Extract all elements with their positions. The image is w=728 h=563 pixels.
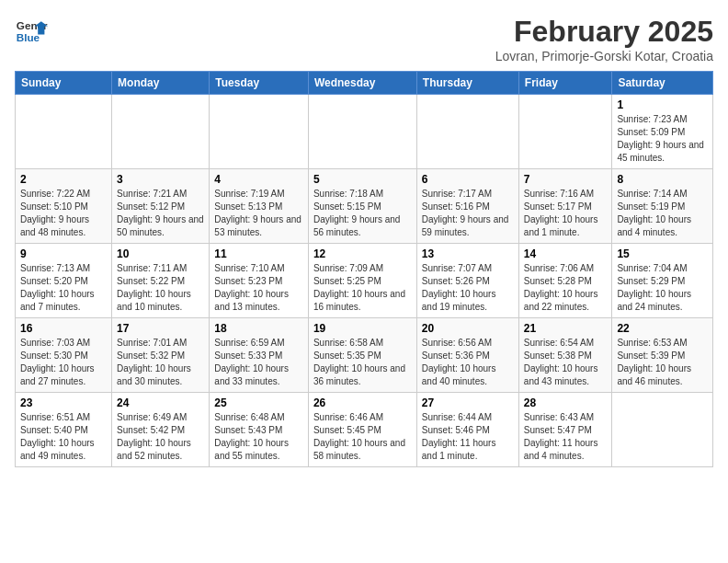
empty-cell bbox=[518, 95, 612, 169]
header: General Blue February 2025 Lovran, Primo… bbox=[15, 15, 713, 63]
day-info: Sunrise: 7:14 AM Sunset: 5:19 PM Dayligh… bbox=[617, 188, 708, 239]
day-number: 3 bbox=[117, 173, 204, 186]
day-number: 21 bbox=[524, 322, 608, 335]
week-row-1: 1Sunrise: 7:23 AM Sunset: 5:09 PM Daylig… bbox=[16, 95, 713, 169]
day-cell-19: 19Sunrise: 6:58 AM Sunset: 5:35 PM Dayli… bbox=[308, 318, 416, 393]
empty-cell bbox=[210, 95, 309, 169]
day-number: 1 bbox=[617, 98, 708, 111]
day-cell-6: 6Sunrise: 7:17 AM Sunset: 5:16 PM Daylig… bbox=[416, 169, 518, 244]
day-info: Sunrise: 6:46 AM Sunset: 5:45 PM Dayligh… bbox=[313, 411, 412, 463]
day-cell-2: 2Sunrise: 7:22 AM Sunset: 5:10 PM Daylig… bbox=[16, 169, 112, 244]
day-number: 14 bbox=[524, 247, 608, 260]
svg-text:Blue: Blue bbox=[17, 31, 40, 43]
day-info: Sunrise: 6:54 AM Sunset: 5:38 PM Dayligh… bbox=[524, 337, 608, 388]
day-info: Sunrise: 7:18 AM Sunset: 5:15 PM Dayligh… bbox=[313, 188, 412, 239]
day-cell-7: 7Sunrise: 7:16 AM Sunset: 5:17 PM Daylig… bbox=[518, 169, 612, 244]
day-number: 2 bbox=[20, 173, 107, 186]
day-info: Sunrise: 6:43 AM Sunset: 5:47 PM Dayligh… bbox=[524, 411, 608, 463]
day-info: Sunrise: 6:58 AM Sunset: 5:35 PM Dayligh… bbox=[313, 337, 412, 388]
day-number: 16 bbox=[20, 322, 107, 335]
day-header-wednesday: Wednesday bbox=[308, 72, 416, 95]
day-info: Sunrise: 6:53 AM Sunset: 5:39 PM Dayligh… bbox=[617, 337, 708, 388]
day-number: 10 bbox=[117, 247, 204, 260]
day-header-thursday: Thursday bbox=[416, 72, 518, 95]
day-number: 28 bbox=[524, 396, 608, 409]
empty-cell bbox=[112, 95, 210, 169]
day-info: Sunrise: 7:04 AM Sunset: 5:29 PM Dayligh… bbox=[617, 262, 708, 314]
day-cell-10: 10Sunrise: 7:11 AM Sunset: 5:22 PM Dayli… bbox=[112, 244, 210, 318]
day-cell-16: 16Sunrise: 7:03 AM Sunset: 5:30 PM Dayli… bbox=[16, 318, 112, 393]
day-cell-21: 21Sunrise: 6:54 AM Sunset: 5:38 PM Dayli… bbox=[518, 318, 612, 393]
day-cell-28: 28Sunrise: 6:43 AM Sunset: 5:47 PM Dayli… bbox=[518, 393, 612, 467]
empty-cell bbox=[308, 95, 416, 169]
day-number: 19 bbox=[313, 322, 412, 335]
day-cell-11: 11Sunrise: 7:10 AM Sunset: 5:23 PM Dayli… bbox=[210, 244, 309, 318]
day-header-tuesday: Tuesday bbox=[210, 72, 309, 95]
day-info: Sunrise: 7:10 AM Sunset: 5:23 PM Dayligh… bbox=[214, 262, 303, 314]
day-info: Sunrise: 7:21 AM Sunset: 5:12 PM Dayligh… bbox=[117, 188, 204, 239]
day-number: 11 bbox=[214, 247, 303, 260]
day-cell-27: 27Sunrise: 6:44 AM Sunset: 5:46 PM Dayli… bbox=[416, 393, 518, 467]
day-cell-18: 18Sunrise: 6:59 AM Sunset: 5:33 PM Dayli… bbox=[210, 318, 309, 393]
day-cell-20: 20Sunrise: 6:56 AM Sunset: 5:36 PM Dayli… bbox=[416, 318, 518, 393]
day-info: Sunrise: 7:13 AM Sunset: 5:20 PM Dayligh… bbox=[20, 262, 107, 314]
day-cell-5: 5Sunrise: 7:18 AM Sunset: 5:15 PM Daylig… bbox=[308, 169, 416, 244]
day-header-monday: Monday bbox=[112, 72, 210, 95]
day-header-friday: Friday bbox=[518, 72, 612, 95]
day-cell-17: 17Sunrise: 7:01 AM Sunset: 5:32 PM Dayli… bbox=[112, 318, 210, 393]
logo: General Blue bbox=[15, 15, 48, 48]
week-row-2: 2Sunrise: 7:22 AM Sunset: 5:10 PM Daylig… bbox=[16, 169, 713, 244]
day-number: 13 bbox=[422, 247, 514, 260]
day-cell-9: 9Sunrise: 7:13 AM Sunset: 5:20 PM Daylig… bbox=[16, 244, 112, 318]
empty-cell bbox=[416, 95, 518, 169]
day-number: 12 bbox=[313, 247, 412, 260]
empty-cell bbox=[612, 393, 713, 467]
day-cell-13: 13Sunrise: 7:07 AM Sunset: 5:26 PM Dayli… bbox=[416, 244, 518, 318]
day-number: 18 bbox=[214, 322, 303, 335]
day-number: 24 bbox=[117, 396, 204, 409]
calendar-table: SundayMondayTuesdayWednesdayThursdayFrid… bbox=[15, 71, 713, 467]
day-info: Sunrise: 7:23 AM Sunset: 5:09 PM Dayligh… bbox=[617, 113, 708, 165]
day-info: Sunrise: 7:06 AM Sunset: 5:28 PM Dayligh… bbox=[524, 262, 608, 314]
day-number: 4 bbox=[214, 173, 303, 186]
day-info: Sunrise: 7:16 AM Sunset: 5:17 PM Dayligh… bbox=[524, 188, 608, 239]
day-cell-3: 3Sunrise: 7:21 AM Sunset: 5:12 PM Daylig… bbox=[112, 169, 210, 244]
day-headers: SundayMondayTuesdayWednesdayThursdayFrid… bbox=[16, 72, 713, 95]
calendar-title: February 2025 bbox=[495, 15, 713, 49]
day-info: Sunrise: 7:11 AM Sunset: 5:22 PM Dayligh… bbox=[117, 262, 204, 314]
day-info: Sunrise: 7:03 AM Sunset: 5:30 PM Dayligh… bbox=[20, 337, 107, 388]
day-number: 5 bbox=[313, 173, 412, 186]
day-header-sunday: Sunday bbox=[16, 72, 112, 95]
day-info: Sunrise: 7:01 AM Sunset: 5:32 PM Dayligh… bbox=[117, 337, 204, 388]
day-cell-4: 4Sunrise: 7:19 AM Sunset: 5:13 PM Daylig… bbox=[210, 169, 309, 244]
empty-cell bbox=[16, 95, 112, 169]
day-number: 26 bbox=[313, 396, 412, 409]
day-info: Sunrise: 7:19 AM Sunset: 5:13 PM Dayligh… bbox=[214, 188, 303, 239]
day-cell-23: 23Sunrise: 6:51 AM Sunset: 5:40 PM Dayli… bbox=[16, 393, 112, 467]
logo-icon: General Blue bbox=[15, 15, 48, 48]
day-info: Sunrise: 6:56 AM Sunset: 5:36 PM Dayligh… bbox=[422, 337, 514, 388]
day-number: 17 bbox=[117, 322, 204, 335]
day-cell-22: 22Sunrise: 6:53 AM Sunset: 5:39 PM Dayli… bbox=[612, 318, 713, 393]
day-info: Sunrise: 6:51 AM Sunset: 5:40 PM Dayligh… bbox=[20, 411, 107, 463]
week-row-5: 23Sunrise: 6:51 AM Sunset: 5:40 PM Dayli… bbox=[16, 393, 713, 467]
day-number: 22 bbox=[617, 322, 708, 335]
day-info: Sunrise: 7:22 AM Sunset: 5:10 PM Dayligh… bbox=[20, 188, 107, 239]
day-info: Sunrise: 7:07 AM Sunset: 5:26 PM Dayligh… bbox=[422, 262, 514, 314]
day-cell-14: 14Sunrise: 7:06 AM Sunset: 5:28 PM Dayli… bbox=[518, 244, 612, 318]
day-info: Sunrise: 6:59 AM Sunset: 5:33 PM Dayligh… bbox=[214, 337, 303, 388]
day-number: 6 bbox=[422, 173, 514, 186]
day-info: Sunrise: 6:44 AM Sunset: 5:46 PM Dayligh… bbox=[422, 411, 514, 463]
day-cell-1: 1Sunrise: 7:23 AM Sunset: 5:09 PM Daylig… bbox=[612, 95, 713, 169]
day-header-saturday: Saturday bbox=[612, 72, 713, 95]
day-cell-26: 26Sunrise: 6:46 AM Sunset: 5:45 PM Dayli… bbox=[308, 393, 416, 467]
day-cell-24: 24Sunrise: 6:49 AM Sunset: 5:42 PM Dayli… bbox=[112, 393, 210, 467]
day-cell-12: 12Sunrise: 7:09 AM Sunset: 5:25 PM Dayli… bbox=[308, 244, 416, 318]
day-info: Sunrise: 6:49 AM Sunset: 5:42 PM Dayligh… bbox=[117, 411, 204, 463]
day-number: 20 bbox=[422, 322, 514, 335]
day-info: Sunrise: 7:09 AM Sunset: 5:25 PM Dayligh… bbox=[313, 262, 412, 314]
day-cell-25: 25Sunrise: 6:48 AM Sunset: 5:43 PM Dayli… bbox=[210, 393, 309, 467]
day-number: 25 bbox=[214, 396, 303, 409]
day-number: 7 bbox=[524, 173, 608, 186]
title-area: February 2025 Lovran, Primorje-Gorski Ko… bbox=[495, 15, 713, 63]
